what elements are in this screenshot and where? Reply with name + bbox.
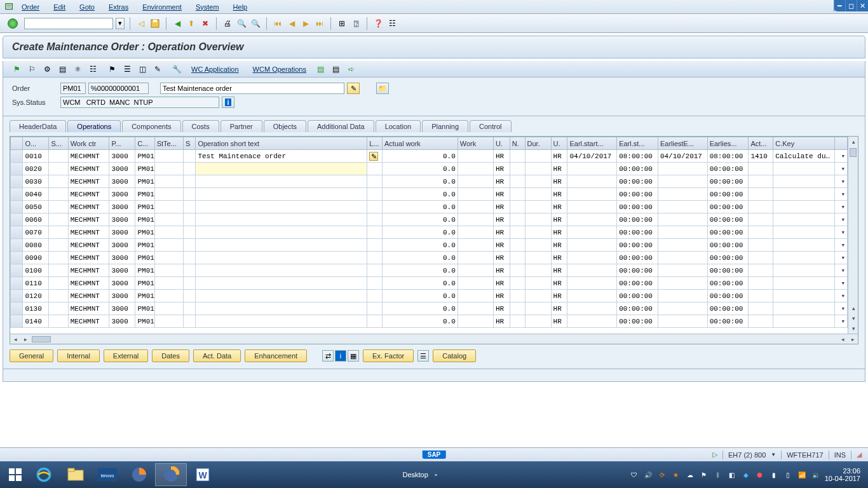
grid-cell[interactable] [367,302,383,315]
grid-cell[interactable]: HR [551,163,567,175]
release-icon[interactable]: ⚐ [26,64,37,75]
col-header[interactable]: Earl.st... [617,137,658,150]
grid-cell[interactable]: 0050 [23,201,49,214]
taskbar-clock[interactable]: 23:06 10-04-2017 [825,467,860,482]
grid-cell[interactable]: 00:00:00 [707,264,749,277]
grid-cell[interactable] [154,290,183,302]
grid-cell[interactable] [367,201,383,214]
grid-cell[interactable]: ▾ [835,201,848,214]
col-header[interactable]: L... [367,137,383,150]
col-header[interactable]: Work [458,137,493,150]
graphic-icon[interactable]: ◫ [137,64,148,75]
grid-cell[interactable] [567,264,617,277]
grid-cell[interactable] [458,264,493,277]
grid-cell[interactable] [183,290,195,302]
grid-cell[interactable] [749,239,773,252]
find-icon[interactable]: 🔍 [236,18,247,29]
grid-cell[interactable]: 00:00:00 [707,302,749,315]
grid-cell[interactable] [458,315,493,328]
help-icon[interactable]: ❓ [372,18,384,29]
grid-cell[interactable] [49,175,68,188]
grid-cell[interactable]: HR [551,239,567,252]
grid-cell[interactable]: HR [551,315,567,328]
grid-cell[interactable] [367,226,383,239]
services-icon[interactable]: ☷ [87,64,98,75]
grid-cell[interactable] [196,188,367,201]
grid-cell[interactable] [749,315,773,328]
object-list-icon[interactable]: ☰ [121,64,133,75]
table-row[interactable]: 0020MECHMNT3000PM010.0HRHR00:00:0000:00:… [11,163,848,175]
grid-cell[interactable] [510,290,525,302]
grid-cell[interactable]: HR [493,150,510,163]
col-header[interactable]: Actual work [383,137,458,150]
grid-cell[interactable]: PM01 [135,188,154,201]
col-header[interactable]: U. [551,137,567,150]
grid-cell[interactable] [510,315,525,328]
grid-cell[interactable] [367,290,383,302]
grid-cell[interactable]: ▾ [835,188,848,201]
grid-cell[interactable]: 04/10/2017 [658,150,707,163]
col-header[interactable]: Operation short text [196,137,367,150]
grid-cell[interactable] [196,264,367,277]
grid-cell[interactable] [773,226,835,239]
grid-cell[interactable]: 00:00:00 [707,239,749,252]
grid-cell[interactable]: 00:00:00 [707,226,749,239]
grid-cell[interactable]: 0110 [23,277,49,290]
grid-cell[interactable]: HR [551,290,567,302]
grid-cell[interactable]: PM01 [135,264,154,277]
grid-cell[interactable] [458,277,493,290]
grid-cell[interactable] [183,163,195,175]
grid-cell[interactable]: 3000 [109,239,135,252]
grid-cell[interactable] [154,302,183,315]
grid-cell[interactable]: HR [493,239,510,252]
grid-cell[interactable]: MECHMNT [68,264,109,277]
grid-cell[interactable]: PM01 [135,163,154,175]
grid-cell[interactable] [196,315,367,328]
grid-cell[interactable]: 0.0 [383,201,458,214]
scheduling-icon[interactable]: ⚛ [72,64,83,75]
grid-cell[interactable] [183,226,195,239]
table-row[interactable]: 0070MECHMNT3000PM010.0HRHR00:00:0000:00:… [11,226,848,239]
lenovo-icon[interactable]: lenovo [92,463,123,486]
tray-update-icon[interactable]: ⟳ [657,470,667,480]
grid-cell[interactable] [367,315,383,328]
grid-cell[interactable]: 0.0 [383,277,458,290]
grid-cell[interactable] [11,201,23,214]
grid-cell[interactable] [773,188,835,201]
grid-cell[interactable] [154,226,183,239]
menu-environment[interactable]: Environment [142,3,182,11]
grid-cell[interactable] [567,315,617,328]
close-button[interactable]: ✕ [857,0,868,11]
operations-grid[interactable]: O...S...Work ctrP...C...StTe...SOperatio… [10,137,848,328]
grid-cell[interactable] [567,226,617,239]
grid-cell[interactable] [773,252,835,264]
grid-cell[interactable]: 0080 [23,239,49,252]
grid-cell[interactable]: 0.0 [383,290,458,302]
grid-cell[interactable] [367,239,383,252]
grid-cell[interactable] [367,188,383,201]
grid-cell[interactable] [196,290,367,302]
grid-cell[interactable]: MECHMNT [68,302,109,315]
grid-cell[interactable] [525,175,551,188]
col-header[interactable] [11,137,23,150]
grid-cell[interactable] [11,290,23,302]
grid-cell[interactable]: ✎ [367,150,383,163]
grid-cell[interactable]: 3000 [109,150,135,163]
grid-cell[interactable] [183,239,195,252]
menu-edit[interactable]: Edit [53,3,65,11]
grid-cell[interactable] [183,277,195,290]
grid-cell[interactable]: 3000 [109,252,135,264]
grid-cell[interactable]: HR [551,188,567,201]
grid-cell[interactable] [11,188,23,201]
grid-cell[interactable]: ▾ [835,239,848,252]
grid-cell[interactable] [458,252,493,264]
command-field[interactable] [24,18,113,29]
grid-cell[interactable] [154,252,183,264]
grid-cell[interactable]: ▾ [835,150,848,163]
grid-cell[interactable] [525,226,551,239]
grid-cell[interactable]: Calculate du… [773,150,835,163]
table-row[interactable]: 0140MECHMNT3000PM010.0HRHR00:00:0000:00:… [11,315,848,328]
grid-cell[interactable]: 04/10/2017 [567,150,617,163]
grid-cell[interactable] [458,302,493,315]
grid-cell[interactable]: 0.0 [383,239,458,252]
